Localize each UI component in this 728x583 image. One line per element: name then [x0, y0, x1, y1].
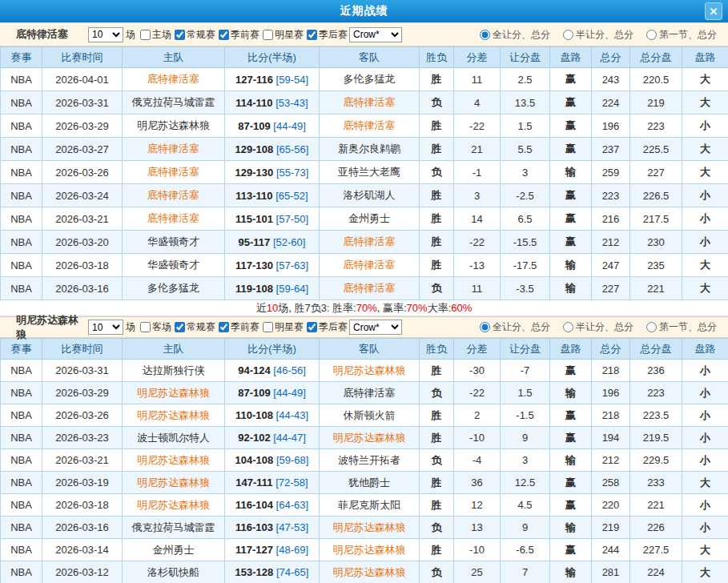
- halftime-score: [57-63]: [276, 259, 308, 271]
- checkbox-group: 主场常规赛季前赛明星赛季后赛: [137, 28, 348, 42]
- halftime-score: [65-56]: [276, 143, 308, 155]
- home-team-cell: 金州勇士: [123, 539, 225, 561]
- games-count-select[interactable]: 10: [88, 27, 123, 42]
- over-under-cell: 小: [682, 207, 728, 231]
- filter-checkbox[interactable]: 季前赛: [215, 28, 259, 42]
- away-team-cell: 金州勇士: [320, 207, 420, 231]
- summary-segment: 70%: [356, 302, 377, 314]
- checkbox-input[interactable]: [307, 30, 317, 40]
- over-under-cell: 小: [682, 517, 728, 539]
- checkbox-input[interactable]: [175, 322, 185, 332]
- home-team-cell: 底特律活塞: [123, 161, 225, 184]
- filter-checkbox[interactable]: 季后赛: [304, 28, 348, 42]
- checkbox-input[interactable]: [307, 322, 317, 332]
- filter-radio[interactable]: 半让分、总分: [563, 320, 633, 334]
- radio-input[interactable]: [646, 30, 657, 40]
- point-diff-cell: 25: [454, 561, 501, 583]
- filter-checkbox[interactable]: 主场: [137, 28, 171, 42]
- home-team-cell: 俄克拉荷马城雷霆: [123, 517, 225, 539]
- filter-checkbox[interactable]: 季前赛: [215, 320, 259, 334]
- filter-checkbox[interactable]: 常规赛: [171, 28, 215, 42]
- halftime-score: [44-49]: [273, 387, 305, 399]
- home-team-cell: 明尼苏达森林狼: [123, 494, 225, 517]
- league-cell: NBA: [1, 184, 42, 207]
- checkbox-input[interactable]: [219, 30, 229, 40]
- win-loss-cell: 胜: [420, 254, 454, 277]
- date-cell: 2026-03-18: [42, 494, 123, 517]
- fulltime-score: 113-110: [235, 190, 272, 202]
- score-cell: 117-130 [57-63]: [225, 254, 320, 277]
- league-cell: NBA: [1, 277, 42, 300]
- handicap-result-cell: 输: [550, 254, 592, 277]
- score-cell: 104-108 [59-68]: [225, 449, 320, 472]
- filter-radio[interactable]: 第一节、总分: [646, 320, 717, 334]
- point-diff-cell: 13: [454, 517, 501, 539]
- radio-input[interactable]: [480, 30, 490, 40]
- filter-checkbox[interactable]: 季后赛: [304, 320, 348, 334]
- fulltime-score: 95-117: [239, 236, 271, 248]
- total-points-cell: 196: [592, 382, 630, 404]
- filter-checkbox[interactable]: 客场: [137, 320, 171, 334]
- league-cell: NBA: [1, 382, 42, 404]
- fulltime-score: 129-130: [235, 167, 274, 179]
- radio-label: 半让分、总分: [576, 28, 633, 42]
- bookmaker-select[interactable]: Crow*: [349, 320, 402, 335]
- fulltime-score: 87-109: [238, 387, 270, 399]
- checkbox-input[interactable]: [263, 322, 273, 332]
- filter-checkbox[interactable]: 常规赛: [171, 320, 215, 334]
- halftime-score: [59-68]: [276, 454, 308, 466]
- halftime-score: [64-63]: [276, 499, 308, 511]
- home-team-cell: 波士顿凯尔特人: [123, 427, 225, 449]
- match-row: NBA2026-04-01底特律活塞127-116 [59-54]多伦多猛龙胜1…: [1, 68, 728, 91]
- total-line-cell: 226.5: [630, 184, 682, 207]
- filter-checkbox[interactable]: 明星赛: [259, 320, 304, 334]
- away-team-cell: 新奥尔良鹈鹕: [320, 138, 420, 161]
- filter-radio[interactable]: 第一节、总分: [646, 28, 717, 42]
- over-under-cell: 小: [682, 184, 728, 207]
- handicap-line-cell: 12.5: [501, 472, 550, 494]
- radio-input[interactable]: [563, 322, 573, 332]
- radio-input[interactable]: [563, 30, 573, 40]
- close-button[interactable]: ✕: [705, 2, 722, 20]
- radio-input[interactable]: [646, 322, 657, 332]
- date-cell: 2026-03-26: [42, 161, 123, 184]
- over-under-cell: 大: [682, 277, 728, 300]
- total-line-cell: 235: [630, 254, 682, 277]
- win-loss-cell: 胜: [420, 207, 454, 231]
- away-team-cell: 底特律活塞: [320, 231, 420, 254]
- handicap-line-cell: 5.5: [501, 138, 550, 161]
- handicap-line-cell: 4.5: [501, 494, 550, 517]
- filter-checkbox[interactable]: 明星赛: [259, 28, 304, 42]
- filter-radio[interactable]: 全让分、总分: [480, 28, 550, 42]
- score-cell: 116-104 [64-63]: [225, 494, 320, 517]
- home-team-cell: 明尼苏达森林狼: [123, 382, 225, 404]
- total-points-cell: 212: [592, 231, 630, 254]
- checkbox-label: 常规赛: [187, 28, 215, 42]
- halftime-score: [44-49]: [273, 120, 305, 132]
- handicap-line-cell: -6.5: [501, 539, 550, 561]
- titlebar: 近期战绩 ✕: [0, 0, 728, 22]
- point-diff-cell: 12: [454, 494, 501, 517]
- match-row: NBA2026-03-14金州勇士117-127 [48-69]明尼苏达森林狼胜…: [1, 539, 728, 561]
- radio-input[interactable]: [480, 322, 490, 332]
- point-diff-cell: -10: [454, 539, 501, 561]
- league-cell: NBA: [1, 517, 42, 539]
- date-cell: 2026-03-29: [42, 382, 123, 404]
- handicap-line-cell: 1.5: [501, 115, 550, 138]
- games-count-select[interactable]: 10: [88, 320, 123, 335]
- summary-segment: 60%: [451, 302, 472, 314]
- checkbox-input[interactable]: [219, 322, 229, 332]
- match-row: NBA2026-03-31达拉斯独行侠94-124 [46-56]明尼苏达森林狼…: [1, 360, 728, 382]
- checkbox-input[interactable]: [175, 30, 185, 40]
- league-cell: NBA: [1, 494, 42, 517]
- bookmaker-select[interactable]: Crow*: [349, 27, 402, 42]
- checkbox-input[interactable]: [263, 30, 273, 40]
- filter-radio[interactable]: 全让分、总分: [480, 320, 550, 334]
- column-header: 盘路: [550, 47, 592, 68]
- checkbox-input[interactable]: [140, 30, 151, 40]
- fulltime-score: 119-108: [235, 283, 273, 295]
- panel-title: 近期战绩: [340, 4, 388, 18]
- handicap-line-cell: 6.5: [501, 207, 550, 231]
- checkbox-input[interactable]: [140, 322, 151, 332]
- filter-radio[interactable]: 半让分、总分: [563, 28, 633, 42]
